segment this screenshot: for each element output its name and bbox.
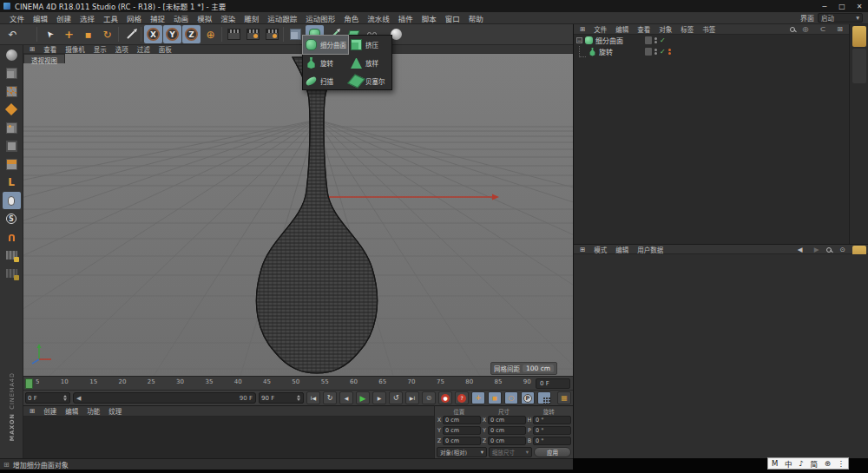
- enabled-check-icon[interactable]: ✓: [660, 48, 666, 56]
- live-selection-button[interactable]: ➤: [41, 25, 59, 43]
- material-menu-function[interactable]: 功能: [83, 406, 103, 416]
- enable-axis-button[interactable]: L: [3, 174, 21, 191]
- am-menu-mode[interactable]: 模式: [590, 245, 610, 254]
- menu-item-sweep[interactable]: 扫描: [303, 72, 348, 90]
- close-button[interactable]: ✕: [851, 0, 868, 12]
- key-pla-button[interactable]: [537, 391, 551, 404]
- spinner-icon[interactable]: [295, 395, 301, 401]
- perspective-viewport[interactable]: [23, 54, 573, 376]
- ime-simplified[interactable]: 简: [810, 458, 818, 469]
- menu-simulate[interactable]: 模拟: [193, 13, 216, 23]
- layout-tab[interactable]: [852, 49, 866, 83]
- object-name[interactable]: 细分曲面: [595, 36, 623, 45]
- range-end-field[interactable]: 90 F: [259, 392, 304, 404]
- maximize-button[interactable]: □: [833, 0, 851, 12]
- am-menu-userdata[interactable]: 用户数据: [634, 245, 667, 254]
- play-button[interactable]: ▶: [356, 391, 370, 404]
- timeline-window-button[interactable]: ▦: [557, 391, 571, 404]
- filter-icon[interactable]: ◎: [799, 25, 812, 33]
- points-mode-button[interactable]: [3, 119, 21, 136]
- range-right-handle[interactable]: 90 F: [240, 395, 253, 402]
- menu-pipeline[interactable]: 流水线: [363, 13, 394, 23]
- menu-motion-tracker[interactable]: 运动跟踪: [263, 13, 301, 23]
- viewport-menu-options[interactable]: 选项: [112, 44, 132, 54]
- menu-select[interactable]: 选择: [76, 13, 99, 23]
- preview-range-slider[interactable]: ◀ 90 F: [73, 392, 256, 404]
- loop-mode-button[interactable]: ↺: [389, 391, 403, 404]
- layer-badge-icon[interactable]: [645, 48, 652, 56]
- workplane-mode-button[interactable]: [3, 101, 21, 118]
- pin-icon[interactable]: ⊙: [836, 246, 848, 253]
- spinner-icon[interactable]: [62, 395, 68, 401]
- move-tool-button[interactable]: +: [60, 25, 78, 43]
- ime-more-icon[interactable]: ⋮: [838, 459, 845, 468]
- rotate-tool-button[interactable]: ↻: [98, 25, 116, 43]
- viewport-solo-button[interactable]: [3, 192, 21, 209]
- back-arrow-icon[interactable]: ◀: [794, 246, 806, 253]
- range-left-handle[interactable]: ◀: [76, 395, 81, 402]
- size-mode-dropdown[interactable]: 缩放尺寸 ▾: [489, 447, 532, 457]
- coord-mode-dropdown[interactable]: 对象(相对) ▾: [437, 447, 487, 457]
- key-rotation-button[interactable]: ○: [504, 391, 518, 404]
- size-x-field[interactable]: 0 cm: [488, 416, 526, 424]
- render-settings-button[interactable]: [263, 25, 281, 43]
- menu-item-lathe[interactable]: 旋转: [303, 54, 348, 72]
- viewport-menu-display[interactable]: 显示: [90, 44, 110, 54]
- vase-model[interactable]: [256, 57, 377, 373]
- ime-chinese[interactable]: 中: [785, 458, 792, 469]
- menu-item-loft[interactable]: 放样: [348, 54, 393, 72]
- om-menu-file[interactable]: 文件: [590, 24, 610, 34]
- phong-tag-icon[interactable]: [668, 49, 671, 55]
- record-keyframe-button[interactable]: ●: [438, 391, 452, 404]
- size-z-field[interactable]: 0 cm: [488, 437, 526, 445]
- menu-help[interactable]: 帮助: [464, 13, 488, 23]
- menu-file[interactable]: 文件: [5, 13, 29, 23]
- goto-end-button[interactable]: ▶I: [405, 391, 419, 404]
- material-menu-create[interactable]: 创建: [40, 406, 60, 416]
- ime-mode[interactable]: M: [772, 459, 778, 468]
- material-list-area[interactable]: [23, 417, 434, 458]
- autokey-button[interactable]: ?: [455, 391, 469, 404]
- polygons-mode-button[interactable]: [3, 155, 21, 173]
- position-x-field[interactable]: 0 cm: [443, 416, 481, 424]
- om-menu-edit[interactable]: 编辑: [612, 24, 632, 34]
- rotation-b-field[interactable]: 0 °: [533, 437, 571, 445]
- expander-icon[interactable]: −: [576, 37, 582, 43]
- visibility-dots-icon[interactable]: [654, 37, 657, 43]
- search-icon[interactable]: [826, 247, 832, 253]
- forward-arrow-icon[interactable]: ▶: [811, 246, 823, 253]
- key-position-button[interactable]: +: [471, 391, 485, 404]
- viewport-menu-view[interactable]: 查看: [40, 44, 60, 54]
- menu-snap[interactable]: 捕捉: [146, 13, 169, 23]
- apply-button[interactable]: 应用: [534, 447, 571, 457]
- workplane-lock-button[interactable]: [3, 246, 21, 264]
- am-menu-edit[interactable]: 编辑: [612, 245, 632, 254]
- timeline-playhead[interactable]: [25, 378, 33, 389]
- render-picture-viewer-button[interactable]: [244, 25, 262, 43]
- minimize-button[interactable]: ─: [816, 0, 833, 12]
- object-row-lathe[interactable]: 旋转 ✓: [574, 46, 850, 57]
- menu-tools[interactable]: 工具: [99, 13, 122, 23]
- tab-perspective-view[interactable]: 透视视图: [23, 54, 65, 63]
- undo-button[interactable]: ↶: [3, 25, 22, 43]
- layout-dropdown[interactable]: 启动 ▾: [818, 13, 863, 23]
- next-frame-button[interactable]: ▶: [372, 391, 386, 404]
- menu-script[interactable]: 脚本: [418, 13, 441, 23]
- edges-mode-button[interactable]: [3, 137, 21, 154]
- ime-settings-icon[interactable]: ⊛: [825, 459, 831, 468]
- search-icon[interactable]: [790, 27, 795, 32]
- menu-create[interactable]: 创建: [52, 13, 76, 23]
- object-name[interactable]: 旋转: [599, 47, 613, 56]
- position-z-field[interactable]: 0 cm: [443, 437, 481, 445]
- scale-tool-button[interactable]: ◼: [79, 25, 97, 43]
- menu-sculpt[interactable]: 雕刻: [240, 13, 263, 23]
- menu-edit[interactable]: 编辑: [29, 13, 52, 23]
- menu-item-bezier[interactable]: 贝塞尔: [348, 72, 393, 90]
- layer-badge-icon[interactable]: [645, 36, 652, 44]
- material-menu-texture[interactable]: 纹理: [105, 406, 125, 416]
- link-icon[interactable]: ⊂: [817, 25, 830, 33]
- material-menu-edit[interactable]: 编辑: [62, 406, 82, 416]
- menu-plugins[interactable]: 插件: [394, 13, 418, 23]
- enabled-check-icon[interactable]: ✓: [660, 36, 666, 44]
- previous-frame-button[interactable]: ◀: [339, 391, 353, 404]
